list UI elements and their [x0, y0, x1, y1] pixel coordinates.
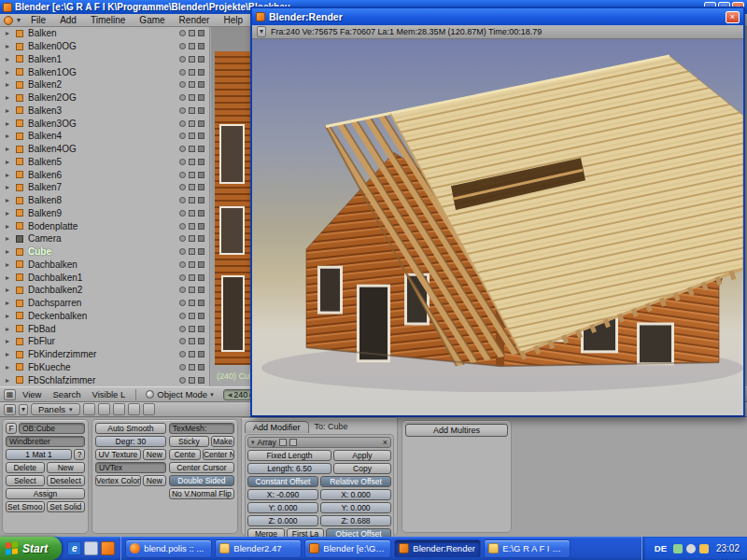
renderability-icon[interactable] — [198, 287, 204, 293]
material-index-field[interactable]: 1 Mat 1 — [6, 449, 72, 460]
outliner-item-Balken5[interactable]: ▸Balken5 — [0, 156, 209, 169]
mesh-name-field[interactable]: Windbretter — [6, 436, 85, 447]
outliner-item-Balken2[interactable]: ▸Balken2 — [0, 78, 209, 91]
relative-offset-toggle[interactable]: Relative Offset — [320, 476, 391, 487]
expander-icon[interactable]: ▸ — [6, 312, 16, 320]
selectability-icon[interactable] — [189, 313, 195, 319]
expander-icon[interactable]: ▸ — [6, 286, 16, 294]
context-editing-icon[interactable] — [128, 403, 140, 415]
renderability-icon[interactable] — [198, 235, 204, 242]
visibility-icon[interactable] — [179, 184, 186, 190]
visibility-icon[interactable] — [179, 364, 186, 371]
selectability-icon[interactable] — [189, 248, 195, 255]
menu-add[interactable]: Add — [53, 15, 83, 25]
relative-z-field[interactable]: Z: 0.688 — [320, 515, 391, 526]
auto-smooth-button[interactable]: Auto Smooth — [95, 423, 166, 434]
visibility-icon[interactable] — [179, 94, 186, 101]
outliner-window-type-icon[interactable]: ▦ — [4, 389, 16, 400]
expander-icon[interactable]: ▸ — [6, 183, 16, 191]
renderability-icon[interactable] — [198, 351, 204, 357]
visibility-icon[interactable] — [179, 235, 186, 242]
renderability-icon[interactable] — [198, 313, 204, 319]
new-material-button[interactable]: New — [47, 462, 86, 473]
constant-y-field[interactable]: Y: 0.000 — [247, 502, 318, 513]
expander-icon[interactable]: ▸ — [6, 337, 16, 345]
expander-icon[interactable]: ▸ — [6, 247, 16, 256]
expander-icon[interactable]: ▸ — [6, 299, 16, 307]
expander-icon[interactable]: ▸ — [6, 68, 16, 77]
renderability-icon[interactable] — [198, 197, 204, 203]
selectability-icon[interactable] — [189, 235, 195, 242]
renderability-icon[interactable] — [198, 364, 204, 371]
expander-icon[interactable]: ▸ — [6, 145, 16, 153]
expand-icon[interactable]: ▾ — [251, 439, 255, 446]
renderability-icon[interactable] — [198, 30, 204, 36]
selectability-icon[interactable] — [189, 261, 195, 268]
material-question-button[interactable]: ? — [74, 449, 85, 460]
set-smooth-button[interactable]: Set Smoo — [6, 501, 45, 512]
outliner-view-menu[interactable]: View — [18, 389, 46, 399]
fit-type-dropdown[interactable]: Fixed Length — [247, 450, 331, 461]
render-close-button[interactable]: × — [726, 11, 740, 23]
selectability-icon[interactable] — [189, 223, 195, 230]
constant-offset-toggle[interactable]: Constant Offset — [247, 476, 318, 487]
selectability-icon[interactable] — [189, 146, 195, 152]
renderability-icon[interactable] — [198, 223, 204, 230]
renderability-icon[interactable] — [198, 133, 204, 139]
visibility-icon[interactable] — [179, 197, 186, 203]
uvtex-name-field[interactable]: UVTex — [95, 462, 166, 473]
texmesh-field[interactable]: TexMesh: — [169, 423, 234, 434]
relative-x-field[interactable]: X: 0.000 — [320, 489, 391, 500]
array-modifier-header[interactable]: ▾ Array × — [247, 437, 391, 448]
selectability-icon[interactable] — [189, 69, 195, 76]
visibility-icon[interactable] — [179, 248, 186, 255]
show-desktop-icon[interactable] — [84, 541, 98, 555]
outliner-item-Balken3[interactable]: ▸Balken3 — [0, 105, 209, 118]
no-vnormal-flip-toggle[interactable]: No V.Normal Flip — [169, 488, 234, 499]
selectability-icon[interactable] — [189, 351, 195, 357]
renderability-icon[interactable] — [198, 159, 204, 165]
selectability-icon[interactable] — [189, 287, 195, 293]
renderability-icon[interactable] — [198, 56, 204, 63]
auto-name-button[interactable]: F — [6, 423, 17, 434]
expander-icon[interactable]: ▸ — [6, 106, 16, 115]
render-window[interactable]: Blender:Render × ▾ Fra:240 Ve:75675 Fa:7… — [250, 7, 745, 417]
outliner-item-Balken1OG[interactable]: ▸Balken1OG — [0, 65, 209, 78]
visibility-icon[interactable] — [179, 326, 186, 332]
centre-cursor-button[interactable]: Center Cursor — [169, 462, 234, 473]
expander-icon[interactable]: ▸ — [6, 158, 16, 166]
outliner-item-Deckenbalken[interactable]: ▸Deckenbalken — [0, 310, 209, 323]
renderability-icon[interactable] — [198, 69, 204, 76]
first-last-toggle[interactable]: First La — [287, 528, 324, 537]
context-object-icon[interactable] — [113, 403, 125, 415]
outliner-item-Balken9[interactable]: ▸Balken9 — [0, 207, 209, 220]
visibility-icon[interactable] — [179, 30, 186, 36]
expander-icon[interactable]: ▸ — [6, 363, 16, 371]
selectability-icon[interactable] — [189, 338, 195, 344]
renderability-icon[interactable] — [198, 210, 204, 217]
selectability-icon[interactable] — [189, 159, 195, 165]
render-window-titlebar[interactable]: Blender:Render × — [252, 8, 743, 25]
renderability-icon[interactable] — [198, 248, 204, 255]
outliner-item-Balken0OG[interactable]: ▸Balken0OG — [0, 40, 209, 53]
frame-decrement-icon[interactable]: ◀ — [228, 391, 233, 398]
expander-icon[interactable]: ▸ — [6, 260, 16, 269]
taskbar-button-4[interactable]: Blender:Render — [394, 539, 481, 558]
renderability-icon[interactable] — [198, 377, 204, 384]
outliner-search-menu[interactable]: Search — [48, 389, 85, 399]
outliner-item-Balken4[interactable]: ▸Balken4 — [0, 130, 209, 143]
centre-new-button[interactable]: Center Ne — [203, 449, 234, 460]
header-collapse-icon[interactable]: ▾ — [14, 16, 23, 24]
selectability-icon[interactable] — [189, 300, 195, 306]
selectability-icon[interactable] — [189, 172, 195, 178]
visibility-icon[interactable] — [179, 377, 186, 384]
outliner-item-FbSchlafzimmer[interactable]: ▸FbSchlafzimmer — [0, 373, 209, 386]
select-button[interactable]: Select — [6, 475, 45, 486]
copy-modifier-button[interactable]: Copy — [333, 463, 391, 474]
visibility-icon[interactable] — [179, 351, 186, 357]
outliner-item-Balken7[interactable]: ▸Balken7 — [0, 181, 209, 194]
selectability-icon[interactable] — [189, 120, 195, 127]
renderability-icon[interactable] — [198, 94, 204, 101]
selectability-icon[interactable] — [189, 94, 195, 101]
expander-icon[interactable]: ▸ — [6, 132, 16, 140]
